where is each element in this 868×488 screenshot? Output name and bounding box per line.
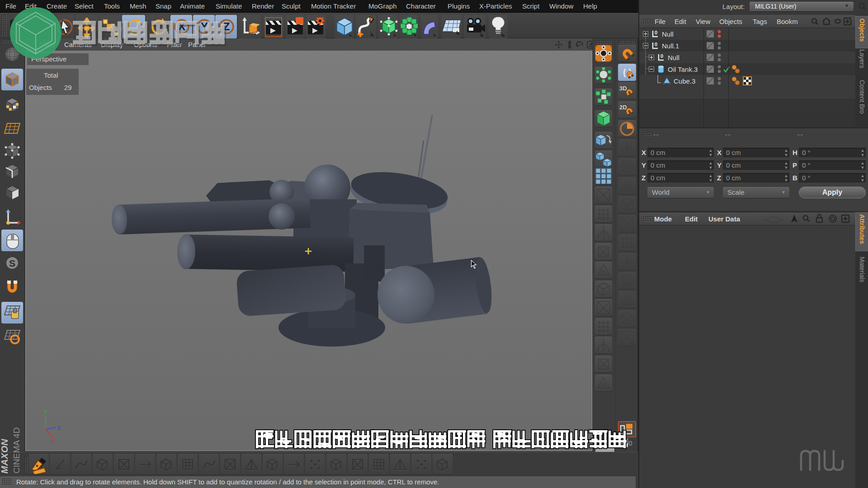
svg-text:X: X [51,439,54,444]
svg-text:2D: 2D [619,104,627,111]
svg-text:Z: Z [57,425,61,431]
svg-text:0: 0 [660,53,663,59]
svg-text:Y: Y [44,409,47,414]
svg-text:3D: 3D [619,85,627,92]
svg-text:S: S [9,258,15,268]
